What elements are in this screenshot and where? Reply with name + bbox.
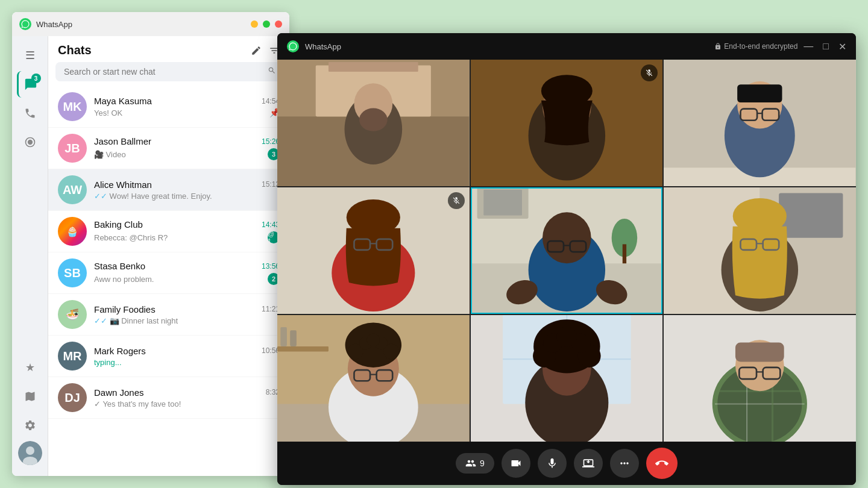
chat-header: Chats <box>48 36 289 62</box>
chat-avatar-baking: 🧁 <box>58 217 87 246</box>
minimize-button[interactable] <box>251 20 258 28</box>
compose-icon[interactable] <box>251 45 262 56</box>
sidebar-item-archived[interactable] <box>17 383 43 410</box>
sidebar-item-menu[interactable]: ☰ <box>17 42 43 69</box>
video-cell-1 <box>277 60 470 186</box>
user-avatar-image <box>18 441 42 465</box>
chat-list: MK Maya Kasuma 14:54 Yes! OK 📌 <box>48 86 289 476</box>
share-screen-button[interactable] <box>574 449 603 478</box>
title-bar-controls <box>251 20 282 28</box>
video-participant-7 <box>277 315 470 442</box>
whatsapp-logo <box>19 18 31 30</box>
title-bar: WhatsApp <box>12 12 289 36</box>
svg-rect-52 <box>779 193 843 237</box>
video-participant-8 <box>471 315 663 442</box>
chat-item-dawn-jones[interactable]: DJ Dawn Jones 8:32 ✓ Yes that's my fave … <box>48 377 289 419</box>
video-controls: 9 <box>277 442 856 485</box>
svg-rect-27 <box>737 84 782 102</box>
svg-point-13 <box>359 108 388 131</box>
calls-icon <box>24 107 36 119</box>
chat-name-jason: Jason Ballmer <box>94 136 151 146</box>
svg-point-71 <box>367 334 380 346</box>
mic-button[interactable] <box>538 449 567 478</box>
chat-name-maya: Maya Kasuma <box>94 96 152 106</box>
svg-point-6 <box>287 40 299 52</box>
video-grid <box>277 60 856 442</box>
video-participant-9 <box>664 315 856 442</box>
video-toggle-button[interactable] <box>502 449 530 478</box>
video-participant-3 <box>664 60 856 186</box>
chat-info-alice: Alice Whitman 15:12 ✓✓ Wow! Have great t… <box>94 180 280 201</box>
video-close-button[interactable]: ✕ <box>838 41 846 52</box>
chat-avatar-alice: AW <box>58 175 87 204</box>
chat-info-jason: Jason Ballmer 15:26 🎥 Video 3 <box>94 136 280 160</box>
chat-preview-mark: typing... <box>94 358 280 367</box>
chat-item-mark-rogers[interactable]: MR Mark Rogers 10:56 typing... <box>48 336 289 377</box>
chat-info-stasa: Stasa Benko 13:56 Aww no problem. 2 <box>94 261 280 285</box>
chat-item-alice-whitman[interactable]: AW Alice Whitman 15:12 ✓✓ Wow! Have grea… <box>48 169 289 211</box>
more-options-button[interactable] <box>610 449 639 478</box>
chat-avatar-dawn: DJ <box>58 383 87 412</box>
main-window: WhatsApp ☰ 3 <box>12 12 289 476</box>
participants-button[interactable]: 9 <box>456 453 494 474</box>
svg-rect-99 <box>735 343 784 362</box>
sidebar-bottom: ★ <box>17 354 43 470</box>
search-bar <box>55 62 282 81</box>
svg-point-86 <box>556 327 577 347</box>
chat-preview-dawn: ✓ Yes that's my fave too! <box>94 399 280 408</box>
mic-off-icon-4 <box>452 196 461 205</box>
chat-name-alice: Alice Whitman <box>94 180 152 190</box>
search-input[interactable] <box>55 62 282 81</box>
maximize-button[interactable] <box>263 20 270 28</box>
sidebar-item-settings[interactable] <box>17 412 43 439</box>
chat-info-family: Family Foodies 11:21 ✓✓ 📷 Dinner last ni… <box>94 304 280 325</box>
chat-name-stasa: Stasa Benko <box>94 261 145 271</box>
chat-item-stasa-benko[interactable]: SB Stasa Benko 13:56 Aww no problem. 2 <box>48 252 289 294</box>
chat-info-maya: Maya Kasuma 14:54 Yes! OK 📌 <box>94 96 280 117</box>
status-icon <box>24 136 36 148</box>
sidebar-item-calls[interactable] <box>17 100 43 127</box>
chat-notification-badge: 3 <box>31 74 41 83</box>
svg-point-4 <box>26 446 34 455</box>
svg-point-43 <box>542 212 591 263</box>
close-button[interactable] <box>275 20 282 28</box>
app-layout: ☰ 3 ★ <box>12 36 289 476</box>
video-whatsapp-logo <box>287 40 299 52</box>
video-title-bar: WhatsApp End-to-end endcrypted — □ ✕ <box>277 33 856 60</box>
user-avatar[interactable] <box>18 441 42 465</box>
chat-panel: Chats <box>48 36 289 476</box>
chat-preview-jason: 🎥 Video <box>94 150 265 159</box>
sidebar-item-status[interactable] <box>17 129 43 155</box>
video-icon <box>510 457 522 469</box>
sidebar-item-starred[interactable]: ★ <box>17 354 43 381</box>
video-participant-4 <box>277 187 470 314</box>
video-cell-5 <box>471 187 663 314</box>
chat-preview-family: ✓✓ 📷 Dinner last night <box>94 316 280 325</box>
svg-rect-63 <box>290 330 297 346</box>
chat-name-baking: Baking Club <box>94 219 143 230</box>
video-maximize-button[interactable]: □ <box>823 41 829 52</box>
search-icon <box>268 66 276 77</box>
chat-preview-alice: ✓✓ Wow! Have great time. Enjoy. <box>94 192 280 201</box>
lock-icon <box>714 43 722 50</box>
sidebar-item-chats[interactable]: 3 <box>17 71 43 98</box>
chat-avatar-family: 🍜 <box>58 300 87 329</box>
video-minimize-button[interactable]: — <box>804 41 813 52</box>
chat-name-family: Family Foodies <box>94 304 156 314</box>
chat-preview-stasa: Aww no problem. <box>94 275 265 284</box>
video-cell-2 <box>471 60 663 186</box>
chat-avatar-maya: MK <box>58 92 87 121</box>
chat-item-maya-kasuma[interactable]: MK Maya Kasuma 14:54 Yes! OK 📌 <box>48 86 289 128</box>
screen-share-icon <box>582 457 594 469</box>
svg-rect-39 <box>483 190 522 215</box>
chat-item-baking-club[interactable]: 🧁 Baking Club 14:43 Rebecca: @Chris R? @… <box>48 211 289 252</box>
settings-icon <box>24 419 36 431</box>
svg-rect-61 <box>277 346 329 351</box>
end-call-button[interactable] <box>646 448 678 479</box>
chat-item-jason-ballmer[interactable]: JB Jason Ballmer 15:26 🎥 Video 3 <box>48 128 289 169</box>
svg-rect-62 <box>280 327 287 346</box>
chat-info-mark: Mark Rogers 10:56 typing... <box>94 346 280 367</box>
chat-item-family-foodies[interactable]: 🍜 Family Foodies 11:21 ✓✓ 📷 Dinner last … <box>48 294 289 336</box>
video-title-controls: — □ ✕ <box>804 41 846 52</box>
video-participant-6 <box>664 187 856 314</box>
